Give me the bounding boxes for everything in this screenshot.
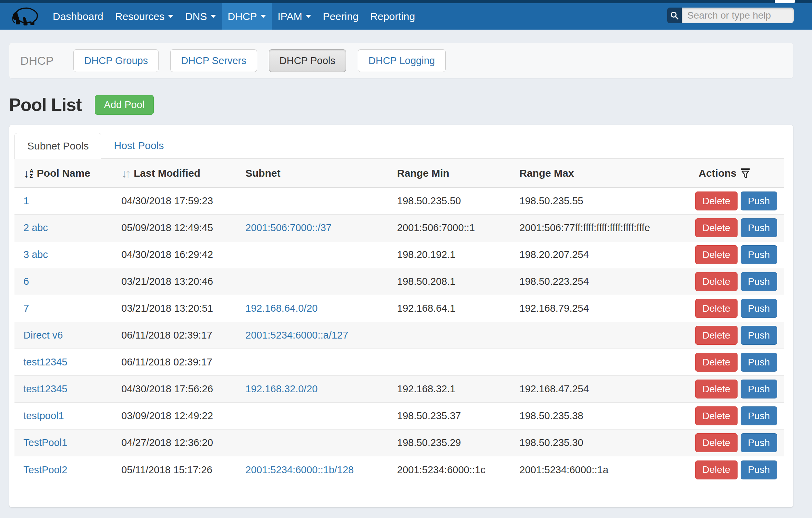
subnet-cell: 192.168.32.0/20 [242, 383, 394, 395]
range-max-cell: 198.20.207.254 [516, 249, 695, 260]
nav-item-dns[interactable]: DNS [179, 3, 222, 30]
mammoth-logo[interactable] [10, 3, 44, 30]
filter-icon[interactable] [741, 168, 750, 179]
tab-host-pools[interactable]: Host Pools [101, 133, 176, 158]
pool-name-cell: 1 [14, 195, 118, 207]
range-max-value: 192.168.79.254 [519, 303, 589, 314]
column-header-label[interactable]: Range Min [397, 167, 449, 179]
subnet-link[interactable]: 192.168.32.0/20 [245, 383, 318, 394]
subnav-button-dhcp-servers[interactable]: DHCP Servers [170, 49, 257, 72]
delete-pool-button[interactable]: Delete [695, 245, 738, 264]
actions-cell: DeletePush [695, 272, 784, 291]
pool-name-link[interactable]: TestPool1 [23, 437, 67, 448]
push-pool-button[interactable]: Push [741, 406, 777, 425]
column-header-label[interactable]: Actions [699, 167, 737, 179]
range-min-cell: 198.50.235.50 [394, 195, 516, 207]
subnet-link[interactable]: 2001:506:7000::/37 [245, 222, 332, 233]
last-modified-value: 04/30/2018 17:56:26 [121, 383, 213, 394]
pool-name-cell: test12345 [14, 383, 118, 395]
nav-item-resources[interactable]: Resources [109, 3, 179, 30]
push-pool-button[interactable]: Push [741, 245, 777, 264]
pool-name-link[interactable]: TestPool2 [23, 464, 67, 475]
push-pool-button[interactable]: Push [741, 299, 777, 318]
push-pool-button[interactable]: Push [741, 191, 777, 210]
last-modified-value: 06/11/2018 02:39:17 [121, 330, 212, 341]
nav-item-label: Peering [323, 11, 358, 22]
subnet-link[interactable]: 2001:5234:6000::1b/128 [245, 464, 354, 475]
push-pool-button[interactable]: Push [741, 380, 777, 398]
subnet-link[interactable]: 192.168.64.0/20 [245, 303, 318, 314]
column-header-label[interactable]: Subnet [245, 167, 281, 179]
pool-name-link[interactable]: 1 [23, 195, 29, 206]
delete-pool-button[interactable]: Delete [695, 380, 738, 398]
pool-name-cell: testpool1 [14, 410, 118, 422]
subnav-button-dhcp-groups[interactable]: DHCP Groups [73, 49, 159, 72]
pool-name-link[interactable]: Direct v6 [23, 330, 63, 341]
table-row: 104/30/2018 17:59:23198.50.235.50198.50.… [14, 188, 784, 215]
last-modified-cell: 06/11/2018 02:39:17 [118, 356, 242, 368]
pool-name-link[interactable]: test12345 [23, 356, 67, 367]
pool-name-link[interactable]: 2 abc [23, 222, 48, 233]
table-row: testpool103/09/2018 12:49:22198.50.235.3… [14, 403, 784, 429]
actions-cell: DeletePush [695, 299, 784, 318]
nav-item-peering[interactable]: Peering [317, 3, 364, 30]
nav-item-dashboard[interactable]: Dashboard [47, 3, 109, 30]
range-min-value: 198.50.235.37 [397, 410, 461, 421]
table-row: Direct v606/11/2018 02:39:172001:5234:60… [14, 322, 784, 349]
subnet-cell: 2001:506:7000::/37 [242, 222, 394, 234]
range-min-cell: 198.20.192.1 [394, 249, 516, 260]
delete-pool-button[interactable]: Delete [695, 218, 738, 237]
range-min-cell: 192.168.64.1 [394, 303, 516, 314]
tab-subnet-pools[interactable]: Subnet Pools [14, 133, 101, 159]
last-modified-cell: 04/27/2018 12:36:20 [118, 437, 242, 448]
push-pool-button[interactable]: Push [741, 272, 777, 291]
pool-name-link[interactable]: 3 abc [23, 249, 48, 260]
push-pool-button[interactable]: Push [741, 460, 777, 479]
last-modified-value: 05/09/2018 12:49:45 [121, 222, 213, 233]
range-min-cell: 198.50.235.37 [394, 410, 516, 422]
pool-name-cell: 3 abc [14, 249, 118, 260]
range-min-value: 2001:5234:6000::1c [397, 464, 485, 475]
chevron-down-icon [211, 15, 216, 18]
column-header-label[interactable]: Last Modified [134, 167, 200, 179]
push-pool-button[interactable]: Push [741, 326, 777, 345]
pool-name-link[interactable]: 7 [23, 303, 29, 314]
actions-cell: DeletePush [695, 245, 784, 264]
pool-name-link[interactable]: 6 [23, 276, 29, 287]
range-max-value: 198.50.235.38 [519, 410, 583, 421]
subnav-button-dhcp-pools[interactable]: DHCP Pools [269, 49, 346, 72]
range-min-value: 198.20.192.1 [397, 249, 455, 260]
last-modified-value: 04/27/2018 12:36:20 [121, 437, 213, 448]
sort-updown-icon[interactable]: ↓↑ [121, 168, 131, 178]
subnet-link[interactable]: 2001:5234:6000::a/127 [245, 330, 348, 341]
delete-pool-button[interactable]: Delete [695, 406, 738, 425]
delete-pool-button[interactable]: Delete [695, 460, 738, 479]
delete-pool-button[interactable]: Delete [695, 299, 738, 318]
range-max-cell: 192.168.79.254 [516, 303, 695, 314]
pool-name-link[interactable]: testpool1 [23, 410, 64, 421]
pool-name-link[interactable]: test12345 [23, 383, 67, 394]
sort-alpha-icon[interactable]: ↓AZ [23, 168, 33, 178]
nav-item-reporting[interactable]: Reporting [364, 3, 421, 30]
main-nav: DashboardResourcesDNSDHCPIPAMPeeringRepo… [47, 3, 421, 30]
nav-item-dhcp[interactable]: DHCP [222, 3, 272, 30]
range-min-value: 2001:506:7000::1 [397, 222, 475, 233]
delete-pool-button[interactable]: Delete [695, 272, 738, 291]
delete-pool-button[interactable]: Delete [695, 353, 738, 372]
delete-pool-button[interactable]: Delete [695, 433, 738, 452]
column-header-pool-name: ↓AZPool Name [14, 167, 118, 179]
push-pool-button[interactable]: Push [741, 433, 777, 452]
column-header-label[interactable]: Pool Name [37, 167, 90, 179]
subnav-button-dhcp-logging[interactable]: DHCP Logging [358, 49, 446, 72]
search-input[interactable] [682, 8, 794, 23]
delete-pool-button[interactable]: Delete [695, 326, 738, 345]
push-pool-button[interactable]: Push [741, 218, 777, 237]
add-pool-button[interactable]: Add Pool [95, 95, 154, 115]
delete-pool-button[interactable]: Delete [695, 191, 738, 210]
range-min-value: 192.168.64.1 [397, 303, 455, 314]
column-header-label[interactable]: Range Max [519, 167, 574, 179]
nav-item-ipam[interactable]: IPAM [272, 3, 317, 30]
nav-item-label: Dashboard [53, 11, 103, 22]
search-icon[interactable] [667, 8, 682, 23]
push-pool-button[interactable]: Push [741, 353, 777, 372]
